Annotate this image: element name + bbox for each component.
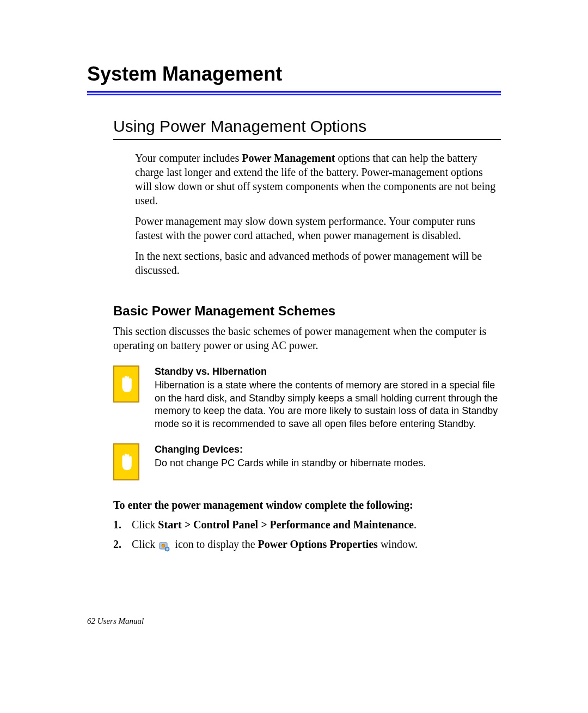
- page-footer: 62 Users Manual: [87, 617, 144, 626]
- intro-paragraph-2: Power management may slow down system pe…: [135, 214, 501, 242]
- section-block: Using Power Management Options Your comp…: [113, 117, 501, 552]
- instructions-list: 1. Click Start > Control Panel > Perform…: [113, 517, 501, 552]
- title-rule: [87, 91, 501, 95]
- subheading-basic-schemes: Basic Power Management Schemes: [113, 303, 501, 319]
- svg-point-1: [162, 544, 165, 547]
- step-post: .: [414, 519, 416, 531]
- instructions-lead: To enter the power management window com…: [113, 499, 501, 511]
- note-title: Changing Devices:: [155, 443, 426, 456]
- step-text: Click Start > Control Panel > Performanc…: [132, 517, 416, 532]
- sub-intro-paragraph: This section discusses the basic schemes…: [113, 324, 501, 352]
- note-standby-hibernation: Standby vs. Hibernation Hibernation is a…: [113, 365, 501, 430]
- note-title: Standby vs. Hibernation: [155, 365, 501, 378]
- section-rule: [113, 139, 501, 140]
- instruction-step-1: 1. Click Start > Control Panel > Perform…: [113, 517, 501, 532]
- section-heading: Using Power Management Options: [113, 117, 501, 136]
- intro-body: Your computer includes Power Management …: [135, 151, 501, 277]
- power-options-icon: [159, 540, 170, 550]
- stop-hand-icon: [113, 365, 139, 403]
- step-post: window.: [378, 538, 418, 550]
- note-body: Hibernation is a state where the content…: [155, 380, 498, 429]
- step-number: 1.: [113, 517, 132, 532]
- step-pre: Click: [132, 538, 158, 550]
- instruction-step-2: 2. Click icon to display the Power Optio…: [113, 537, 501, 552]
- step-text: Click icon to display the Power Options …: [132, 537, 418, 552]
- intro-paragraph-1: Your computer includes Power Management …: [135, 151, 501, 208]
- intro-p1-pre: Your computer includes: [135, 152, 242, 164]
- page: System Management Using Power Management…: [0, 0, 588, 713]
- stop-hand-icon: [113, 443, 139, 480]
- step-bold: Start > Control Panel > Performance and …: [158, 519, 414, 531]
- step-bold: Power Options Properties: [258, 538, 378, 550]
- note-body: Do not change PC Cards while in standby …: [155, 458, 426, 468]
- intro-p1-bold: Power Management: [242, 152, 335, 164]
- step-pre: Click: [132, 519, 158, 531]
- step-number: 2.: [113, 537, 132, 552]
- step-mid: icon to display the: [172, 538, 258, 550]
- note-changing-devices: Changing Devices: Do not change PC Cards…: [113, 443, 501, 480]
- note-text: Standby vs. Hibernation Hibernation is a…: [155, 365, 501, 430]
- note-icon-wrap: [113, 443, 139, 480]
- note-text: Changing Devices: Do not change PC Cards…: [155, 443, 426, 470]
- chapter-title: System Management: [87, 63, 501, 86]
- intro-paragraph-3: In the next sections, basic and advanced…: [135, 249, 501, 277]
- note-icon-wrap: [113, 365, 139, 403]
